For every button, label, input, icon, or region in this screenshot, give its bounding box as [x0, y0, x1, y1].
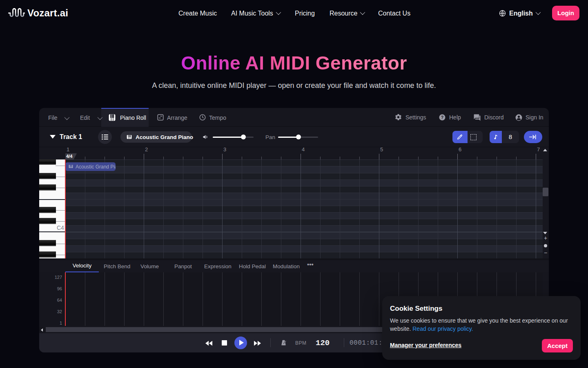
svg-text:?: ?	[441, 115, 443, 120]
